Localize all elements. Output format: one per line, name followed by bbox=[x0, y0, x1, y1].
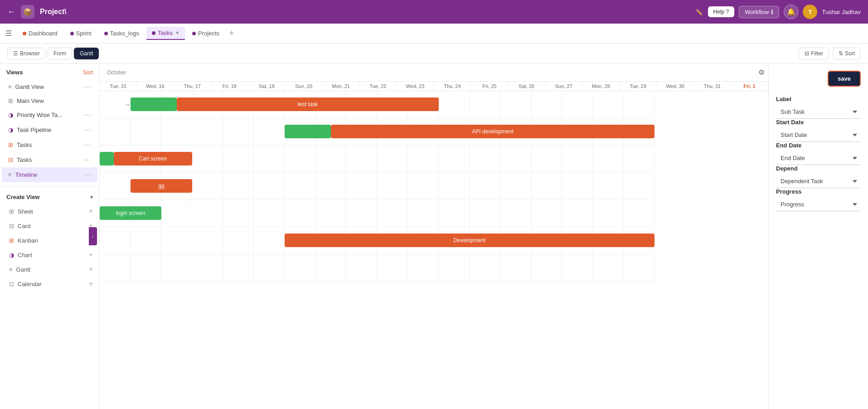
sidebar-item-tasks-grid[interactable]: ⊞ Tasks ⋯ bbox=[2, 137, 97, 152]
help-button[interactable]: Help ? bbox=[708, 6, 735, 17]
user-name: Tushar Jadhav bbox=[822, 9, 861, 15]
gantt-date-3: Fri, 18 bbox=[211, 82, 248, 91]
gantt-bar-green-cart-screen[interactable] bbox=[100, 152, 114, 166]
sidebar-collapse-button[interactable]: ‹ bbox=[89, 227, 97, 245]
gantt-row: Cart screen bbox=[100, 146, 655, 173]
tab-dashboard[interactable]: Dashboard bbox=[17, 27, 63, 39]
gantt-date-12: Sun, 27 bbox=[545, 82, 582, 91]
field-select-depend[interactable]: Dependent TaskNone bbox=[776, 175, 861, 188]
gantt-header: October ⚙ bbox=[100, 63, 768, 82]
form-button[interactable]: Form bbox=[48, 48, 72, 59]
workflow-button[interactable]: Workflow ℹ bbox=[739, 6, 779, 18]
gantt-view-label: Gantt View bbox=[15, 83, 80, 90]
gantt-view-menu[interactable]: ⋯ bbox=[84, 83, 91, 91]
tasks-card-label: Tasks bbox=[17, 156, 80, 163]
gantt-row: API development bbox=[100, 118, 655, 146]
bar-label-cart-screen: Cart screen bbox=[114, 156, 192, 162]
sidebar-item-timeline[interactable]: ≡ Timeline ⋯ bbox=[2, 167, 97, 182]
bell-button[interactable]: 🔔 bbox=[784, 5, 798, 19]
gantt-icon: ≡ bbox=[9, 266, 13, 273]
sort-button[interactable]: ⇅ Sort bbox=[833, 48, 861, 59]
browser-icon: ☰ bbox=[13, 50, 18, 57]
views-header: Views Sort bbox=[0, 63, 99, 79]
field-group-end_date: End DateEnd DateCreated DateDue Date bbox=[776, 142, 861, 165]
gantt-settings-icon[interactable]: ⚙ bbox=[758, 68, 765, 77]
create-view-header[interactable]: Create View ▾ bbox=[0, 190, 99, 204]
browser-button[interactable]: ☰ Browser bbox=[7, 48, 46, 59]
main-layout: Views Sort ≡ Gantt View ⋯ ⊞ Main View ◑ … bbox=[0, 63, 868, 409]
save-button[interactable]: save bbox=[828, 71, 861, 87]
create-view-kanban[interactable]: ⊞ Kanban + bbox=[0, 233, 99, 248]
tasks-card-menu[interactable]: ⋯ bbox=[84, 156, 91, 164]
tab-dot bbox=[70, 32, 74, 35]
gantt-row: login screen bbox=[100, 200, 655, 227]
gantt-body: test task→API developmentCart screengglo… bbox=[100, 91, 768, 409]
field-select-end_date[interactable]: End DateCreated DateDue Date bbox=[776, 151, 861, 165]
field-group-start_date: Start DateStart DateCreated DateDue Date bbox=[776, 119, 861, 142]
field-select-start_date[interactable]: Start DateCreated DateDue Date bbox=[776, 128, 861, 142]
task-pipeline-menu[interactable]: ⋯ bbox=[84, 126, 91, 134]
gantt-bar-api-dev[interactable]: API development bbox=[331, 125, 655, 138]
sidebar-item-priority-wise[interactable]: ◑ Priority Wise Ta... ⋯ bbox=[2, 107, 97, 122]
create-view-calendar[interactable]: ⊡ Calendar + bbox=[0, 277, 99, 291]
tab-dot bbox=[23, 32, 26, 35]
sheet-plus[interactable]: + bbox=[89, 207, 93, 215]
hamburger-icon[interactable]: ☰ bbox=[5, 29, 12, 38]
sidebar-item-gantt-view[interactable]: ≡ Gantt View ⋯ bbox=[2, 79, 97, 94]
sidebar-item-tasks-card[interactable]: ⊟ Tasks ⋯ bbox=[2, 152, 97, 167]
create-view-chart[interactable]: ◑ Chart + bbox=[0, 248, 99, 262]
gantt-bar-gg[interactable]: gg bbox=[131, 179, 192, 193]
nav-right: Help ? Workflow ℹ 🔔 T Tushar Jadhav bbox=[708, 5, 861, 19]
gantt-bar-cart-screen[interactable]: Cart screen bbox=[114, 152, 192, 166]
tab-tasks-logs[interactable]: Tasks_logs bbox=[99, 27, 145, 39]
tab-dot bbox=[192, 32, 196, 35]
gantt-view-icon: ≡ bbox=[8, 83, 12, 90]
edit-icon[interactable]: ✏️ bbox=[695, 9, 703, 15]
chart-plus[interactable]: + bbox=[89, 251, 93, 259]
card-icon: ⊟ bbox=[9, 223, 14, 229]
filter-button[interactable]: ⊟ Filter bbox=[799, 48, 829, 59]
tab-dashboard-label: Dashboard bbox=[29, 30, 58, 37]
gantt-bar-green-api-dev[interactable] bbox=[285, 125, 331, 138]
gantt-area: October ⚙ Tue, 15Wed, 16Thu, 17Fri, 18Sa… bbox=[100, 63, 768, 409]
bar-label-gg: gg bbox=[131, 183, 192, 189]
gantt-bar-login-screen[interactable]: login screen bbox=[100, 206, 161, 220]
gantt-date-8: Wed, 23 bbox=[397, 82, 434, 91]
tab-projects[interactable]: Projects bbox=[187, 27, 225, 39]
bar-label-api-dev: API development bbox=[331, 128, 655, 135]
sidebar-item-task-pipeline[interactable]: ◑ Task Pipeline ⋯ bbox=[2, 122, 97, 137]
back-button[interactable]: ← bbox=[7, 7, 15, 17]
sidebar-divider bbox=[0, 186, 99, 186]
tab-add-button[interactable]: + bbox=[227, 29, 237, 38]
tab-projects-label: Projects bbox=[198, 30, 219, 37]
views-sort-button[interactable]: Sort bbox=[83, 69, 93, 76]
gantt-bar-development[interactable]: Development bbox=[285, 234, 655, 247]
timeline-menu[interactable]: ⋯ bbox=[84, 170, 91, 179]
field-select-label[interactable]: Sub TaskTaskBugFeature bbox=[776, 105, 861, 119]
tab-sprint[interactable]: Sprint bbox=[65, 27, 97, 39]
kanban-icon: ⊞ bbox=[9, 237, 14, 244]
field-select-progress[interactable]: ProgressNone bbox=[776, 198, 861, 211]
field-label-start_date: Start Date bbox=[776, 119, 861, 126]
create-view-sheet[interactable]: ⊞ Sheet + bbox=[0, 204, 99, 219]
timeline-icon: ≡ bbox=[8, 171, 12, 178]
filter-icon: ⊟ bbox=[805, 50, 809, 57]
create-view-gantt[interactable]: ≡ Gantt + bbox=[0, 262, 99, 277]
calendar-plus[interactable]: + bbox=[89, 280, 93, 288]
tab-tasks[interactable]: Tasks ▼ bbox=[146, 27, 185, 40]
sidebar-item-main-view[interactable]: ⊞ Main View bbox=[2, 94, 97, 107]
gantt-plus[interactable]: + bbox=[89, 265, 93, 273]
gantt-button[interactable]: Gantt bbox=[74, 48, 99, 59]
priority-wise-icon: ◑ bbox=[8, 112, 13, 118]
tasks-grid-menu[interactable]: ⋯ bbox=[84, 141, 91, 149]
gantt-bar-test-task[interactable]: test task bbox=[177, 97, 439, 111]
create-view-card[interactable]: ⊟ Card + bbox=[0, 219, 99, 233]
tasks-card-icon: ⊟ bbox=[8, 156, 13, 163]
create-view-chevron: ▾ bbox=[90, 194, 93, 200]
gantt-bar-green-test-task[interactable] bbox=[131, 97, 177, 111]
priority-wise-menu[interactable]: ⋯ bbox=[84, 111, 91, 119]
field-label-progress: Progress bbox=[776, 188, 861, 195]
gantt-date-10: Fri, 25 bbox=[471, 82, 508, 91]
field-label-depend: Depend bbox=[776, 165, 861, 172]
right-panel-fields: LabelSub TaskTaskBugFeatureStart DateSta… bbox=[776, 96, 861, 211]
